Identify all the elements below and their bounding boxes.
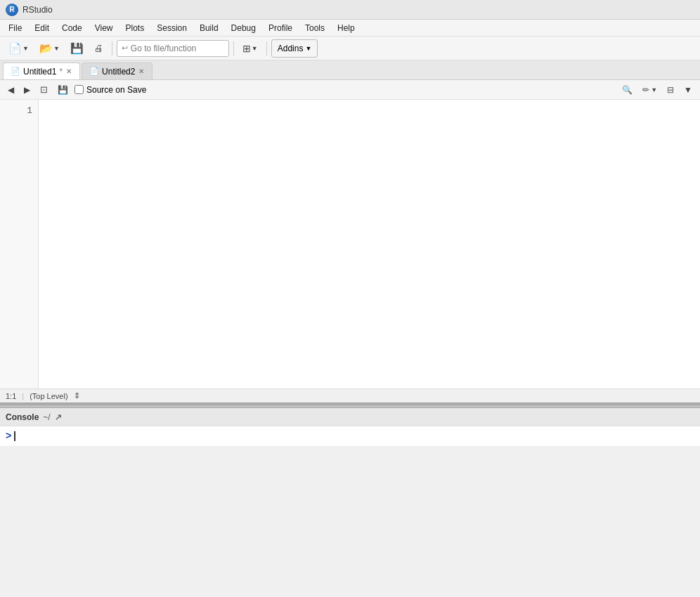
wand-icon: ✏	[642, 85, 649, 95]
toolbar-sep-2	[233, 41, 234, 55]
tab-icon-untitled2: 📄	[89, 67, 99, 76]
editor-search-button[interactable]: 🔍	[618, 82, 636, 98]
console-area: Console ~/ ↗ >	[0, 408, 700, 446]
app-icon: R	[6, 4, 18, 16]
source-on-save-text: Source on Save	[86, 85, 146, 95]
editor-area: 📄 Untitled1 * ✕ 📄 Untitled2 ✕ ◀ ▶ ⊡ 💾	[0, 60, 700, 405]
console-chevron-icon: >	[6, 431, 11, 442]
title-bar: R RStudio	[0, 0, 700, 20]
forward-icon: ▶	[24, 85, 30, 95]
menu-view[interactable]: View	[89, 22, 119, 34]
editor-save-icon: 💾	[58, 85, 68, 95]
main-toolbar: 📄 ▼ 📂 ▼ 💾 🖨 ↩ Go to file/function ⊞ ▼ Ad…	[0, 37, 700, 60]
tab-icon-untitled1: 📄	[11, 67, 20, 76]
back-icon: ◀	[8, 85, 14, 95]
editor-forward-button[interactable]: ▶	[20, 82, 34, 98]
tab-close-untitled1[interactable]: ✕	[65, 67, 72, 75]
open-dropdown-arrow: ▼	[53, 45, 60, 52]
show-in-files-button[interactable]: ⊡	[37, 82, 51, 98]
open-file-icon: 📂	[39, 42, 53, 55]
toolbar-sep-3	[266, 41, 267, 55]
print-icon: 🖨	[94, 43, 103, 53]
tab-close-untitled2[interactable]: ✕	[138, 67, 145, 75]
editor-toolbar: ◀ ▶ ⊡ 💾 Source on Save 🔍 ✏ ▼ ⊟	[0, 80, 700, 100]
tab-untitled2[interactable]: 📄 Untitled2 ✕	[82, 63, 153, 79]
addins-button[interactable]: Addins ▼	[271, 39, 318, 58]
new-file-icon: 📄	[8, 42, 22, 55]
status-bar: 1:1 | (Top Level) ⇕	[0, 388, 700, 402]
tab-modified-untitled1: *	[59, 67, 63, 77]
line-numbers: 1	[0, 100, 39, 388]
more-icon: ▼	[684, 85, 692, 95]
menu-profile[interactable]: Profile	[263, 22, 298, 34]
editor-save-button[interactable]: 💾	[54, 82, 72, 98]
code-tools-arrow: ▼	[651, 86, 657, 93]
tab-label-untitled2: Untitled2	[102, 67, 135, 77]
workspace-button[interactable]: ⊞ ▼	[238, 39, 262, 58]
menu-debug[interactable]: Debug	[226, 22, 261, 34]
addins-label: Addins	[278, 44, 304, 53]
context-label: (Top Level)	[30, 392, 67, 400]
show-files-icon: ⊡	[40, 84, 48, 95]
new-file-dropdown-arrow: ▼	[22, 45, 29, 52]
console-header: Console ~/ ↗	[0, 408, 700, 426]
console-cursor	[14, 431, 15, 441]
menu-help[interactable]: Help	[332, 22, 361, 34]
editor-tab-bar: 📄 Untitled1 * ✕ 📄 Untitled2 ✕	[0, 60, 700, 80]
console-prompt: >	[6, 431, 694, 442]
editor-more-button[interactable]: ▼	[680, 82, 696, 98]
console-path: ~/	[43, 412, 50, 422]
workspace-dropdown-arrow: ▼	[252, 45, 258, 52]
open-file-button[interactable]: 📂 ▼	[35, 39, 64, 58]
goto-file-label[interactable]: Go to file/function	[131, 44, 196, 53]
context-dropdown-icon[interactable]: ⇕	[74, 391, 80, 400]
tab-untitled1[interactable]: 📄 Untitled1 * ✕	[3, 63, 80, 79]
workspace-icon: ⊞	[242, 43, 251, 54]
new-file-button[interactable]: 📄 ▼	[4, 39, 33, 58]
tab-label-untitled1: Untitled1	[23, 67, 56, 77]
goto-file-container: ↩ Go to file/function	[117, 40, 229, 57]
goto-file-icon: ↩	[122, 44, 128, 53]
menu-plots[interactable]: Plots	[120, 22, 150, 34]
code-area: 1	[0, 100, 700, 388]
line-number-1: 1	[6, 104, 32, 118]
save-icon: 💾	[70, 42, 84, 55]
app-title: RStudio	[22, 5, 53, 15]
search-icon: 🔍	[622, 85, 633, 95]
menu-code[interactable]: Code	[56, 22, 88, 34]
cursor-position: 1:1	[6, 392, 16, 400]
console-label: Console	[6, 412, 39, 422]
menu-edit[interactable]: Edit	[29, 22, 55, 34]
addins-dropdown-arrow: ▼	[305, 45, 311, 52]
editor-back-button[interactable]: ◀	[4, 82, 18, 98]
toolbar-sep-1	[112, 41, 112, 55]
menu-bar: File Edit Code View Plots Session Build …	[0, 20, 700, 37]
menu-build[interactable]: Build	[194, 22, 224, 34]
layout-icon: ⊟	[667, 85, 674, 95]
save-button[interactable]: 💾	[66, 39, 88, 58]
code-content[interactable]	[39, 100, 700, 388]
source-on-save-label[interactable]: Source on Save	[74, 85, 146, 95]
console-path-icon[interactable]: ↗	[55, 412, 62, 422]
menu-tools[interactable]: Tools	[299, 22, 330, 34]
editor-layout-button[interactable]: ⊟	[663, 82, 678, 98]
menu-file[interactable]: File	[3, 22, 27, 34]
editor-code-tools-button[interactable]: ✏ ▼	[639, 82, 661, 98]
source-on-save-checkbox[interactable]	[74, 85, 84, 94]
menu-session[interactable]: Session	[151, 22, 193, 34]
print-button[interactable]: 🖨	[90, 39, 108, 58]
console-content[interactable]: >	[0, 426, 700, 446]
